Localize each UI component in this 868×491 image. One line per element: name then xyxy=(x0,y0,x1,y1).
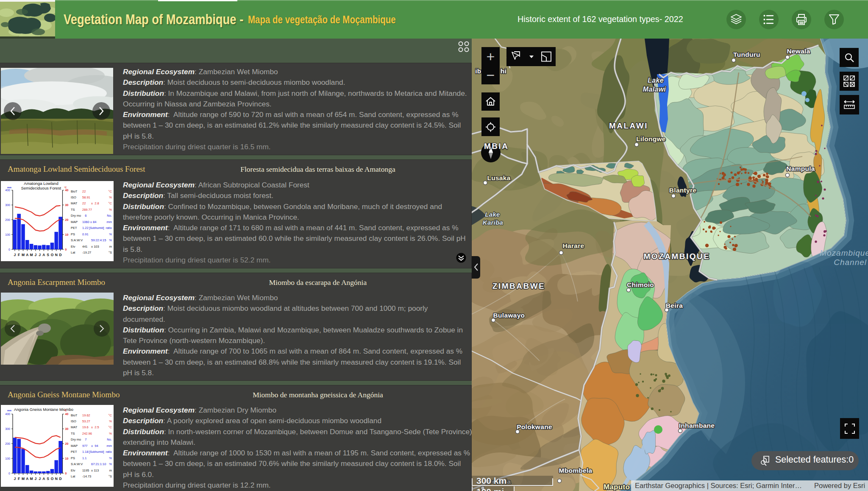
svg-text:[Subhumid]: [Subhumid] xyxy=(89,226,104,230)
svg-text:MAP: MAP xyxy=(71,444,78,448)
svg-text:N: N xyxy=(55,253,58,257)
svg-text:MOZAMBIQUE: MOZAMBIQUE xyxy=(644,252,710,261)
svg-text:269.77: 269.77 xyxy=(82,208,92,212)
svg-text:0: 0 xyxy=(65,472,67,475)
svg-text:MAT: MAT xyxy=(71,425,78,429)
svg-text:53.27: 53.27 xyxy=(82,419,90,423)
svg-text:0.91: 0.91 xyxy=(82,232,89,236)
svg-text:Kariba: Kariba xyxy=(483,219,504,226)
svg-text:± 94: ± 94 xyxy=(91,444,98,448)
svg-text:Bulawayo: Bulawayo xyxy=(493,312,525,319)
svg-text:1.22: 1.22 xyxy=(82,226,89,230)
svg-text:-14.73: -14.73 xyxy=(82,474,91,478)
svg-text:Semideciduous Forest: Semideciduous Forest xyxy=(21,186,61,190)
svg-text:J: J xyxy=(14,477,16,481)
svg-text:-19.27: -19.27 xyxy=(82,251,91,254)
svg-text:1.18: 1.18 xyxy=(82,450,89,454)
svg-text:Beira: Beira xyxy=(666,302,683,309)
svg-text:Amatonga Lowland: Amatonga Lowland xyxy=(24,181,58,186)
svg-text:mm: mm xyxy=(7,409,11,412)
svg-text:Elv: Elv xyxy=(71,469,75,472)
svg-text:1195: 1195 xyxy=(82,469,89,472)
svg-text:± 2.8: ± 2.8 xyxy=(91,201,99,205)
svg-text:0: 0 xyxy=(8,472,10,475)
svg-text:10: 10 xyxy=(65,457,69,460)
svg-text:S: S xyxy=(47,253,49,257)
svg-text:M: M xyxy=(22,253,25,257)
svg-text:No.: No. xyxy=(107,214,112,218)
svg-text:200: 200 xyxy=(5,442,10,445)
svg-text:°C: °C xyxy=(108,201,112,205)
svg-text:°S: °S xyxy=(108,474,112,478)
svg-text:6: 6 xyxy=(82,214,86,218)
svg-text:A: A xyxy=(26,253,28,257)
svg-text:S:A:W:V: S:A:W:V xyxy=(71,238,83,242)
svg-text:[Subhumid]: [Subhumid] xyxy=(89,450,104,454)
svg-text:No.: No. xyxy=(107,438,112,441)
svg-text:mm: mm xyxy=(107,444,112,448)
svg-text:J: J xyxy=(39,477,41,481)
svg-text:S: S xyxy=(47,477,49,481)
svg-text:°C: °C xyxy=(108,413,112,417)
svg-text:67:21:1:10: 67:21:1:10 xyxy=(91,462,106,466)
svg-text:Lat: Lat xyxy=(71,474,75,478)
svg-text:M: M xyxy=(30,253,33,257)
svg-text:20: 20 xyxy=(65,442,69,445)
svg-text:%: % xyxy=(109,456,112,460)
svg-text:58.91: 58.91 xyxy=(82,195,90,199)
svg-text:Chimoio: Chimoio xyxy=(627,281,654,288)
svg-text:J: J xyxy=(35,477,37,481)
svg-text:400: 400 xyxy=(5,189,10,192)
svg-text:PS: PS xyxy=(71,456,75,460)
svg-text:Lake: Lake xyxy=(485,211,500,218)
svg-text:mm: mm xyxy=(107,220,112,224)
svg-text:± 113: ± 113 xyxy=(91,469,99,472)
svg-text:Polokwane: Polokwane xyxy=(517,423,552,430)
svg-text:Mozambique: Mozambique xyxy=(820,248,868,257)
svg-text:300: 300 xyxy=(5,427,10,430)
svg-text:D: D xyxy=(59,477,62,481)
svg-text:J: J xyxy=(35,253,37,257)
svg-text:Lat: Lat xyxy=(71,251,75,254)
svg-text:PS: PS xyxy=(71,232,75,236)
svg-text:°S: °S xyxy=(108,251,112,254)
svg-text:977: 977 xyxy=(82,444,88,448)
svg-text:A: A xyxy=(42,253,45,257)
svg-text:Dry mo: Dry mo xyxy=(71,438,81,441)
svg-text:Maputo: Maputo xyxy=(604,483,630,491)
svg-text:M: M xyxy=(22,477,25,481)
svg-text:Lake: Lake xyxy=(648,77,664,84)
svg-text:0: 0 xyxy=(65,248,67,251)
svg-text:20: 20 xyxy=(65,218,69,221)
svg-text:Elv: Elv xyxy=(71,245,75,248)
svg-text:19.6: 19.6 xyxy=(82,425,89,429)
svg-text:7: 7 xyxy=(82,438,86,441)
svg-text:Channel: Channel xyxy=(834,258,867,267)
svg-text:Mbombela: Mbombela xyxy=(559,467,592,474)
svg-text:30: 30 xyxy=(65,427,69,430)
svg-text:22: 22 xyxy=(82,190,86,193)
svg-text:300: 300 xyxy=(5,204,10,206)
svg-text:1060 ± 84: 1060 ± 84 xyxy=(82,220,96,224)
svg-text:°C: °C xyxy=(108,190,112,193)
svg-text:ratio: ratio xyxy=(106,450,112,454)
svg-text:D: D xyxy=(59,253,62,257)
svg-text:F: F xyxy=(18,253,20,257)
svg-text:0: 0 xyxy=(8,248,10,251)
svg-text:Newala: Newala xyxy=(787,47,810,55)
svg-text:22: 22 xyxy=(82,201,86,205)
svg-text:± 103: ± 103 xyxy=(91,245,99,248)
svg-text:F: F xyxy=(18,477,20,481)
svg-text:Lilongwe: Lilongwe xyxy=(636,135,666,142)
svg-text:O: O xyxy=(51,477,54,481)
svg-text:O: O xyxy=(51,253,54,257)
svg-text:Nampula: Nampula xyxy=(786,165,815,172)
svg-text:Lusaka: Lusaka xyxy=(487,174,510,181)
svg-text:19.62: 19.62 xyxy=(82,413,90,417)
svg-text:J: J xyxy=(14,253,16,257)
svg-text:Blantyre: Blantyre xyxy=(669,187,697,194)
svg-text:Dry mo: Dry mo xyxy=(71,214,81,218)
svg-text:%: % xyxy=(109,195,112,199)
svg-text:J: J xyxy=(39,253,41,257)
svg-text:40: 40 xyxy=(65,413,69,416)
